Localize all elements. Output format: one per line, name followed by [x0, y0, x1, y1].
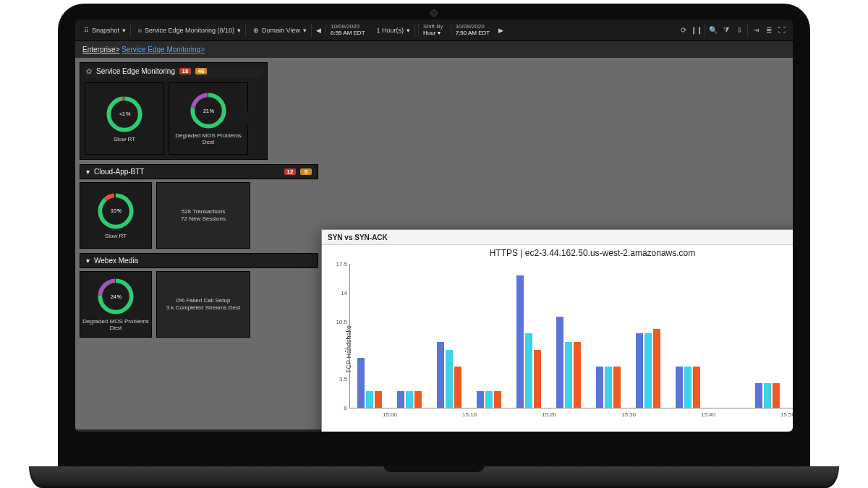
bar-ns	[653, 329, 660, 408]
bar-group	[596, 367, 621, 408]
snapshot-label: Snapshot	[92, 27, 119, 34]
caret-down-icon: ▾	[86, 168, 90, 176]
app-screen: ⠿ Snapshot ▾ ⎌ Service Edge Monitoring (…	[75, 20, 793, 432]
ytick: 14	[328, 289, 347, 296]
bar-syn	[397, 391, 404, 408]
start-time: 6:55 AM EDT	[331, 30, 365, 37]
bar-group	[357, 358, 382, 408]
bar-syn	[437, 342, 444, 408]
view-dropdown[interactable]: ⊕ Domain View ▾	[249, 24, 312, 37]
bar-ns	[773, 383, 780, 408]
bar-group	[556, 317, 581, 408]
donut-slow-rt: <1%	[106, 95, 143, 133]
pause-icon[interactable]: ❙❙	[690, 26, 703, 34]
bar-syn	[477, 391, 484, 408]
list-icon[interactable]: ≣	[762, 26, 775, 34]
breadcrumb-current[interactable]: Service Edge Monitoring>	[122, 46, 205, 53]
sem-tiles: <1% Slow RT 21% Degraded MOS Problems De…	[85, 82, 263, 155]
cloud-body: 10% Slow RT 528 Transactions 72 New Sess…	[80, 182, 318, 249]
degraded-mos-value: 21	[203, 108, 209, 114]
bar-syn	[676, 367, 683, 408]
workspace-dropdown[interactable]: ⎌ Service Edge Monitoring (8/10) ▾	[134, 24, 246, 37]
webex-stat-1: 3 k Completed Streams Dest	[166, 304, 240, 312]
bar-ns	[494, 391, 501, 408]
view-label: Domain View	[262, 27, 300, 34]
xtick: 15:00	[383, 411, 397, 418]
cloud-stat-0: 528 Transactions	[181, 208, 226, 215]
webex-tile-degraded-mos[interactable]: 24% Degraded MOS Problems Dest	[80, 271, 152, 338]
sem-badge-orange: 46	[195, 68, 207, 74]
laptop-notch	[383, 465, 485, 472]
grip-icon: ⠿	[84, 27, 89, 34]
xtick: 15:20	[542, 411, 556, 418]
caret-down-icon: ▾	[237, 27, 241, 34]
cloud-stat-tile: 528 Transactions 72 New Sessions	[156, 182, 250, 249]
chart-plot[interactable]: 03.5710.51417.515:0015:1015:2015:3015:40…	[349, 264, 793, 408]
filter-icon[interactable]: ⧩	[720, 26, 733, 35]
bar-ack	[446, 350, 453, 408]
globe-icon: ⊕	[253, 27, 259, 34]
breadcrumb-root[interactable]: Enterprise>	[82, 46, 119, 53]
search-icon[interactable]: 🔍	[707, 26, 720, 34]
webex-header[interactable]: ▾ Webex Media	[80, 253, 318, 268]
bar-ack	[684, 367, 692, 408]
xtick: 15:10	[462, 411, 477, 418]
bar-ack	[485, 391, 493, 408]
snapshot-dropdown[interactable]: ⠿ Snapshot ▾	[80, 24, 131, 37]
shift-by[interactable]: Shift By Hour ▾	[418, 24, 448, 37]
cloud-tile-slow-rt[interactable]: 10% Slow RT	[80, 182, 152, 249]
laptop-frame: ⠿ Snapshot ▾ ⎌ Service Edge Monitoring (…	[58, 4, 810, 481]
bar-group	[636, 329, 660, 408]
bar-ns	[534, 350, 541, 408]
cloud-header[interactable]: ▾ Cloud-App-BTT 12 5	[80, 164, 318, 179]
cloud-title: Cloud-App-BTT	[94, 168, 144, 176]
end-time: 7:50 AM EDT	[456, 30, 490, 37]
bar-ns	[454, 367, 461, 408]
chart-header: SYN vs SYN-ACK ⧉ ▭ ⤢	[322, 230, 793, 245]
fullscreen-icon[interactable]: ⛶	[775, 26, 788, 34]
donut-degraded-mos: 21%	[190, 92, 227, 129]
bar-ns	[414, 391, 422, 408]
sem-header[interactable]: ✿ Service Edge Monitoring 18 46	[85, 67, 263, 78]
caret-down-icon: ▾	[86, 257, 90, 265]
chart-window: SYN vs SYN-ACK ⧉ ▭ ⤢ HTTPS | ec2-3.44.16…	[321, 229, 793, 432]
sem-title: Service Edge Monitoring	[96, 67, 175, 75]
webex-panel: ▾ Webex Media 24% Degraded MOS Problems …	[80, 253, 318, 338]
webex-stat-0: 0% Failed Call Setup	[166, 297, 240, 304]
bar-ack	[366, 391, 373, 408]
chart-body: TCP Handshake Packets (K) 03.5710.51417.…	[322, 261, 793, 432]
cloud-slow-rt-label: Slow RT	[105, 233, 127, 239]
time-prev-button[interactable]: ◀	[315, 25, 323, 35]
caret-down-icon: ▾	[122, 27, 126, 34]
ytick: 0	[328, 405, 347, 411]
bar-group	[755, 383, 780, 408]
xtick: 15:50	[780, 411, 793, 418]
download-icon[interactable]: ⇩	[733, 26, 746, 34]
slow-rt-label: Slow RT	[114, 136, 135, 142]
bar-ns	[375, 391, 382, 408]
bar-ack	[764, 383, 771, 408]
sem-tile-degraded-mos[interactable]: 21% Degraded MOS Problems Dest	[169, 82, 248, 155]
cloud-badge-orange: 5	[300, 168, 312, 175]
webex-value: 24	[111, 294, 116, 299]
topbar: ⠿ Snapshot ▾ ⎌ Service Edge Monitoring (…	[75, 20, 793, 41]
caret-down-icon: ▾	[407, 27, 410, 34]
breadcrumb: Enterprise> Service Edge Monitoring>	[75, 41, 793, 58]
time-start[interactable]: 10/09/2020 6:55 AM EDT	[326, 24, 370, 37]
bar-ns	[693, 367, 700, 408]
sem-tile-slow-rt[interactable]: <1% Slow RT	[85, 82, 164, 155]
caret-down-icon: ▾	[303, 27, 307, 34]
bar-group	[516, 275, 541, 408]
time-next-button[interactable]: ▶	[497, 25, 505, 35]
export-icon[interactable]: ⇥	[749, 26, 762, 34]
ytick: 17.5	[328, 261, 347, 267]
cloud-slow-rt-value: 10	[111, 208, 116, 213]
bar-syn	[357, 358, 365, 408]
time-end[interactable]: 10/09/2020 7:50 AM EDT	[451, 24, 495, 37]
bar-group	[477, 391, 501, 408]
bar-group	[397, 391, 422, 408]
range-dropdown[interactable]: 1 Hour(s) ▾	[373, 24, 416, 37]
ytick: 10.5	[328, 318, 347, 325]
bar-syn	[556, 317, 563, 408]
refresh-icon[interactable]: ⟳	[677, 26, 690, 34]
